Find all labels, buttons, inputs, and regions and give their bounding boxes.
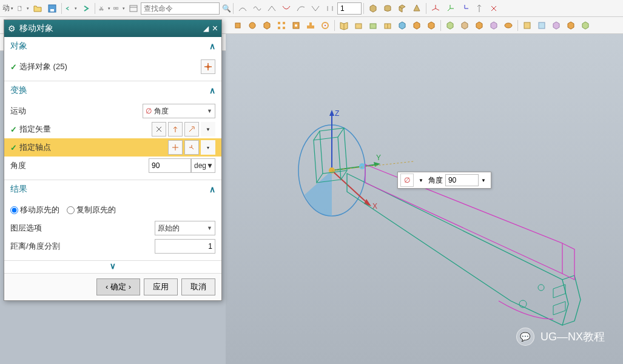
ok-button[interactable]: 确定: [96, 278, 140, 295]
box-3-icon[interactable]: [381, 19, 394, 32]
face-1-icon[interactable]: [520, 19, 534, 32]
apply-button[interactable]: 应用: [144, 278, 178, 295]
angle-floating-widget[interactable]: ∅ ▼ 角度 ▼: [397, 172, 491, 189]
box-6-icon[interactable]: [425, 19, 438, 32]
csys-3-icon[interactable]: [458, 2, 471, 15]
face-4-icon[interactable]: [564, 19, 578, 32]
vector-reverse-button[interactable]: [168, 122, 183, 136]
csys-2-icon[interactable]: [443, 2, 457, 15]
object-section-header[interactable]: 对象 ∧: [4, 37, 221, 55]
extrude-icon[interactable]: [231, 19, 244, 32]
sheet-2-icon[interactable]: [458, 19, 471, 32]
solid-3-icon[interactable]: [396, 2, 409, 15]
boss-icon[interactable]: [304, 19, 317, 32]
result-section-header[interactable]: 结果 ∧: [4, 180, 221, 198]
menu-label[interactable]: 动: [2, 3, 13, 13]
box-4-icon[interactable]: [396, 19, 409, 32]
radio-label: 复制原先的: [76, 204, 116, 215]
pin-icon[interactable]: ◢: [203, 24, 209, 33]
face-5-icon[interactable]: [579, 19, 592, 32]
face-3-icon[interactable]: [550, 19, 563, 32]
face-2-icon[interactable]: [535, 19, 548, 32]
object-section: 对象 ∧ ✓ 选择对象 (25): [4, 37, 221, 81]
separator: [517, 20, 518, 31]
curve-1-icon[interactable]: [236, 2, 249, 15]
transform-section-header[interactable]: 变换 ∧: [4, 81, 221, 99]
curve-3-icon[interactable]: [265, 2, 278, 15]
box-5-icon[interactable]: [410, 19, 423, 32]
curve-2-icon[interactable]: [251, 2, 264, 15]
curve-5-icon[interactable]: [294, 2, 308, 15]
search-input[interactable]: [141, 2, 220, 15]
sheet-1-icon[interactable]: [443, 19, 457, 32]
section-title: 变换: [10, 85, 27, 96]
solid-2-icon[interactable]: [381, 2, 394, 15]
curve-4-icon[interactable]: [280, 2, 293, 15]
motion-label: 运动: [10, 106, 26, 116]
division-input[interactable]: [155, 239, 215, 254]
group-button[interactable]: [112, 2, 126, 15]
save-button[interactable]: [45, 2, 59, 15]
vector-pick-button[interactable]: [184, 122, 199, 136]
svg-rect-27: [524, 22, 530, 29]
sheet-4-icon[interactable]: [487, 19, 500, 32]
svg-rect-19: [309, 22, 312, 25]
cancel-button[interactable]: 取消: [181, 278, 215, 295]
motion-value: 角度: [154, 106, 207, 116]
angle-unit-select[interactable]: deg ▼: [191, 158, 215, 173]
curve-6-icon[interactable]: [309, 2, 322, 15]
csys-5-icon[interactable]: [487, 2, 500, 15]
collapsed-header[interactable]: ∧: [4, 261, 221, 273]
svg-point-17: [295, 24, 297, 27]
undo-button[interactable]: [64, 2, 78, 15]
revolve-icon[interactable]: [246, 19, 259, 32]
layer-option-select[interactable]: 原始的 ▼: [155, 221, 215, 235]
dialog-title-bar[interactable]: ⚙ 移动对象 ◢ ×: [4, 20, 221, 37]
separator: [95, 3, 95, 14]
pivot-csys-button[interactable]: [184, 140, 199, 155]
section-title: 结果: [10, 184, 27, 195]
svg-rect-13: [283, 22, 285, 24]
angle-widget-input[interactable]: [445, 174, 479, 186]
feat-1-icon[interactable]: [318, 19, 332, 32]
check-icon: ✓: [10, 143, 17, 152]
sheet-3-icon[interactable]: [473, 19, 486, 32]
copy-original-radio[interactable]: 复制原先的: [67, 204, 116, 215]
dropdown-arrow-icon[interactable]: ▼: [479, 178, 488, 183]
motion-select[interactable]: ∅ 角度 ▼: [143, 104, 215, 118]
select-target-button[interactable]: [201, 59, 215, 74]
vector-menu-button[interactable]: ▼: [201, 122, 215, 136]
search-icon[interactable]: 🔍: [222, 4, 231, 13]
curve-degree-select[interactable]: [337, 2, 362, 15]
solid-1-icon[interactable]: [366, 2, 380, 15]
curve-7-icon[interactable]: [323, 2, 337, 15]
hole-icon[interactable]: [289, 19, 303, 32]
sheet-5-icon[interactable]: [502, 19, 515, 32]
csys-4-icon[interactable]: [473, 2, 486, 15]
new-file-button[interactable]: [16, 2, 30, 15]
dropdown-arrow-icon[interactable]: ▼: [416, 178, 426, 183]
angle-input[interactable]: [149, 158, 191, 173]
solid-4-icon[interactable]: [410, 2, 423, 15]
gear-icon[interactable]: ⚙: [8, 24, 16, 33]
cut-button[interactable]: [98, 2, 111, 15]
move-original-radio[interactable]: 移动原先的: [10, 204, 59, 215]
sweep-icon[interactable]: [260, 19, 274, 32]
3d-viewport[interactable]: Z Y X: [226, 34, 623, 364]
box-1-icon[interactable]: [352, 19, 365, 32]
window-button[interactable]: [127, 2, 140, 15]
separator: [363, 3, 364, 14]
box-2-icon[interactable]: [366, 19, 380, 32]
section-title: 对象: [10, 41, 27, 52]
vector-mode-button[interactable]: [152, 122, 166, 136]
pivot-point-button[interactable]: [168, 140, 183, 155]
redo-button[interactable]: [79, 2, 92, 15]
pattern-icon[interactable]: [275, 19, 288, 32]
open-file-button[interactable]: [31, 2, 44, 15]
angle-mode-icon[interactable]: ∅: [400, 174, 414, 187]
close-icon[interactable]: ×: [212, 23, 218, 34]
pivot-menu-button[interactable]: ▾: [201, 140, 215, 155]
svg-marker-43: [374, 162, 380, 167]
book-icon[interactable]: [337, 19, 351, 32]
csys-1-icon[interactable]: [429, 2, 442, 15]
